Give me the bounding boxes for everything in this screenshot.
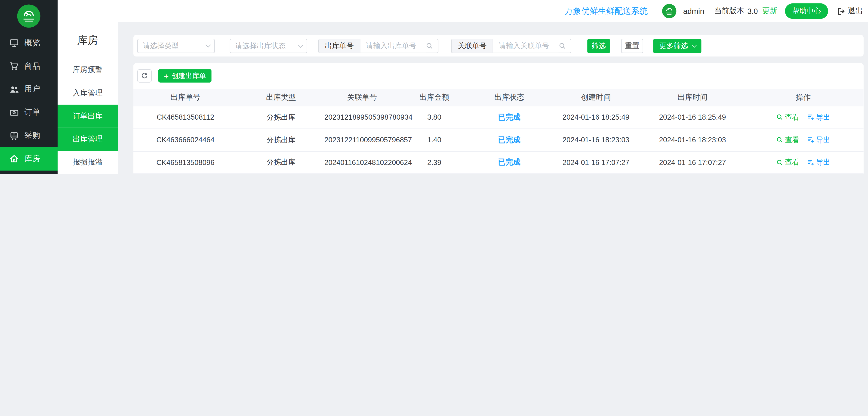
submenu-item-4[interactable]: 报损报溢 xyxy=(58,151,118,174)
chevron-down-icon xyxy=(692,42,697,47)
sidebar-item-label: 采购 xyxy=(24,131,40,141)
reset-button[interactable]: 重置 xyxy=(621,38,643,53)
user-avatar-icon xyxy=(662,4,677,18)
table-row: CK465813508096分拣出库2024011610248102200624… xyxy=(133,152,864,174)
chevron-down-icon xyxy=(205,42,211,48)
cell-actions: 查看导出 xyxy=(743,113,864,122)
type-select[interactable]: 请选择类型 xyxy=(137,38,215,53)
app-window: 万象优鲜生鲜配送系统 admin 当前版本 3.0 更新 帮助中心 退出 概览商… xyxy=(0,0,868,174)
cell-order-no: CK465813508112 xyxy=(133,113,238,121)
cell-created-at: 2024-01-16 18:25:49 xyxy=(550,113,642,121)
cell-out-at: 2024-01-16 18:23:03 xyxy=(642,136,743,144)
export-link[interactable]: 导出 xyxy=(807,157,831,168)
table-row: CK465813508112分拣出库2023121899505398780934… xyxy=(133,107,864,129)
sidebar-item-goods[interactable]: 商品 xyxy=(0,55,58,78)
filter-bar: 请选择类型 请选择出库状态 出库单号 关联单号 筛选 重置 更多筛选 xyxy=(133,35,864,56)
cell-status: 已完成 xyxy=(469,135,550,145)
cell-type: 分拣出库 xyxy=(238,113,324,122)
cell-created-at: 2024-01-16 17:07:27 xyxy=(550,158,642,167)
cell-type: 分拣出库 xyxy=(238,157,324,168)
view-link[interactable]: 查看 xyxy=(776,157,800,168)
column-header: 出库状态 xyxy=(469,93,550,102)
sidebar-item-purchase[interactable]: 采购 xyxy=(0,124,58,147)
sidebar-menu: 概览商品用户订单采购库房分拣配送财务报表应用渠道硬件设置权限供应商 xyxy=(0,31,58,174)
refresh-button[interactable] xyxy=(137,69,152,82)
table-toolbar: + 创建出库单 xyxy=(133,63,864,89)
version-number: 3.0 xyxy=(747,7,758,15)
ref-no-group: 关联单号 xyxy=(451,38,571,53)
sidebar-item-warehouse[interactable]: 库房 xyxy=(0,147,58,171)
column-header: 操作 xyxy=(743,93,864,102)
sidebar-item-sorting[interactable]: 分拣 xyxy=(0,171,58,174)
export-link[interactable]: 导出 xyxy=(807,135,831,145)
cell-out-at: 2024-01-16 17:07:27 xyxy=(642,158,743,167)
cell-status: 已完成 xyxy=(469,113,550,122)
logout-icon xyxy=(837,7,845,15)
ref-no-input[interactable] xyxy=(493,39,559,52)
update-link[interactable]: 更新 xyxy=(762,6,777,16)
cell-order-no: CK465813508096 xyxy=(133,158,238,167)
status-select[interactable]: 请选择出库状态 xyxy=(230,38,307,53)
system-title[interactable]: 万象优鲜生鲜配送系统 xyxy=(565,6,648,16)
cell-actions: 查看导出 xyxy=(743,157,864,168)
purchase-icon xyxy=(9,131,19,141)
filter-button[interactable]: 筛选 xyxy=(587,38,610,53)
cell-ref-no: 2024011610248102200624 xyxy=(324,158,400,167)
submenu-list: 库房预警入库管理订单出库出库管理报损报溢库存盘点原料分割分割记录货架管理当前库存… xyxy=(58,52,118,174)
view-link[interactable]: 查看 xyxy=(776,113,800,122)
sidebar-item-orders[interactable]: 订单 xyxy=(0,101,58,124)
logout-button[interactable]: 退出 xyxy=(837,6,863,16)
submenu-item-3[interactable]: 出库管理 xyxy=(58,128,118,151)
cell-created-at: 2024-01-16 18:23:03 xyxy=(550,136,642,144)
submenu-item-1[interactable]: 入库管理 xyxy=(58,81,118,105)
export-link[interactable]: 导出 xyxy=(807,113,831,122)
export-icon xyxy=(807,136,814,144)
goods-icon xyxy=(9,62,19,71)
column-header: 出库类型 xyxy=(238,93,324,102)
magnifier-icon xyxy=(776,114,783,121)
brand-logo-icon xyxy=(17,4,40,28)
sidebar-item-label: 商品 xyxy=(24,61,40,71)
top-header: 万象优鲜生鲜配送系统 admin 当前版本 3.0 更新 帮助中心 退出 xyxy=(118,0,868,22)
order-no-input[interactable] xyxy=(361,39,426,52)
overview-icon xyxy=(9,38,19,48)
cell-type: 分拣出库 xyxy=(238,135,324,145)
search-icon xyxy=(559,39,571,52)
cell-ref-no: 2023121899505398780934 xyxy=(324,113,400,121)
sidebar-item-label: 用户 xyxy=(24,85,40,94)
users-icon xyxy=(9,85,19,94)
table-row: CK463666024464分拣出库2023122110099505796857… xyxy=(133,129,864,152)
column-header: 出库金额 xyxy=(400,93,469,102)
sidebar-item-users[interactable]: 用户 xyxy=(0,78,58,101)
magnifier-icon xyxy=(776,159,783,166)
ref-no-label: 关联单号 xyxy=(452,39,493,52)
table-card: + 创建出库单 出库单号出库类型关联单号出库金额出库状态创建时间出库时间操作 C… xyxy=(133,63,864,174)
order-no-group: 出库单号 xyxy=(318,38,439,53)
cell-order-no: CK463666024464 xyxy=(133,136,238,144)
sidebar-item-label: 订单 xyxy=(24,108,40,118)
submenu-item-0[interactable]: 库房预警 xyxy=(58,58,118,81)
create-outbound-button[interactable]: + 创建出库单 xyxy=(158,69,212,82)
cell-out-at: 2024-01-16 18:25:49 xyxy=(642,113,743,121)
cell-amount: 1.40 xyxy=(400,136,469,144)
version-label: 当前版本 xyxy=(714,6,744,16)
table-body: CK465813508112分拣出库2023121899505398780934… xyxy=(133,107,864,174)
column-header: 出库单号 xyxy=(133,93,238,102)
cell-actions: 查看导出 xyxy=(743,135,864,145)
more-filters-button[interactable]: 更多筛选 xyxy=(653,38,701,53)
view-link[interactable]: 查看 xyxy=(776,135,800,145)
chevron-down-icon xyxy=(298,42,303,48)
username: admin xyxy=(683,7,704,16)
cell-amount: 2.39 xyxy=(400,158,469,167)
warehouse-icon xyxy=(9,154,19,164)
column-header: 出库时间 xyxy=(642,93,743,102)
submenu-item-2[interactable]: 订单出库 xyxy=(58,105,118,128)
sidebar-item-overview[interactable]: 概览 xyxy=(0,31,58,55)
help-center-button[interactable]: 帮助中心 xyxy=(785,3,828,19)
search-icon xyxy=(426,39,438,52)
plus-icon: + xyxy=(164,72,169,80)
order-no-label: 出库单号 xyxy=(319,39,361,52)
refresh-icon xyxy=(141,72,149,80)
submenu-panel: 库房 库房预警入库管理订单出库出库管理报损报溢库存盘点原料分割分割记录货架管理当… xyxy=(58,0,118,174)
table-header-row: 出库单号出库类型关联单号出库金额出库状态创建时间出库时间操作 xyxy=(133,89,864,107)
